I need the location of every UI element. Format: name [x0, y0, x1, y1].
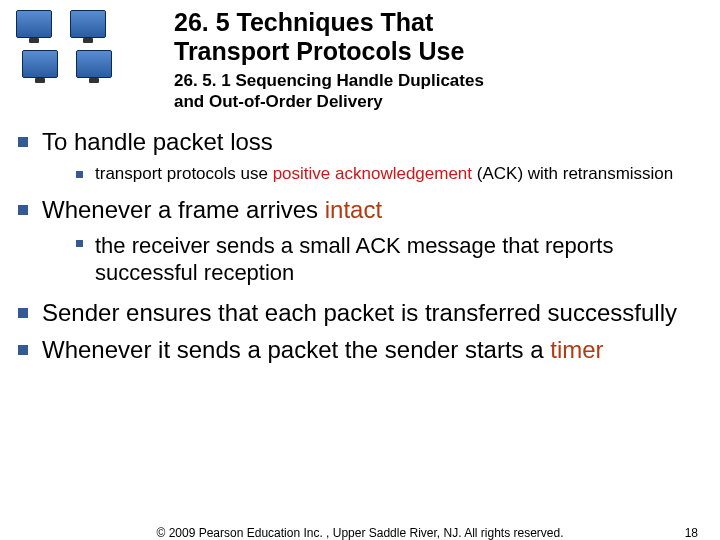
- subtitle-line1: 26. 5. 1 Sequencing Handle Duplicates: [174, 71, 484, 90]
- bullet-1-text: To handle packet loss: [42, 126, 273, 157]
- bullet-1-sub-1-text: transport protocols use positive acknowl…: [95, 163, 673, 184]
- bullet-1-sub-1: transport protocols use positive acknowl…: [76, 163, 702, 184]
- bullet-2-sub-1-text: the receiver sends a small ACK message t…: [95, 232, 702, 287]
- title-line1: 26. 5 Techniques That: [174, 8, 433, 36]
- page-number: 18: [685, 526, 698, 540]
- keyword-timer: timer: [550, 336, 603, 363]
- bullet-2-text: Whenever a frame arrives intact: [42, 194, 382, 225]
- slide-body: To handle packet loss transport protocol…: [0, 112, 720, 365]
- bullet-icon: [18, 345, 28, 355]
- computers-clipart: [10, 6, 160, 96]
- subtitle-line2: and Out-of-Order Delivery: [174, 92, 383, 111]
- keyword-intact: intact: [325, 196, 382, 223]
- copyright-text: © 2009 Pearson Education Inc. , Upper Sa…: [0, 526, 720, 540]
- bullet-icon: [76, 171, 83, 178]
- bullet-3: Sender ensures that each packet is trans…: [18, 297, 702, 328]
- bullet-icon: [18, 137, 28, 147]
- slide-subtitle: 26. 5. 1 Sequencing Handle Duplicates an…: [174, 70, 484, 113]
- keyword-positive-ack: positive acknowledgement: [273, 164, 472, 183]
- bullet-1: To handle packet loss: [18, 126, 702, 157]
- slide-title: 26. 5 Techniques That Transport Protocol…: [174, 8, 484, 66]
- title-line2: Transport Protocols Use: [174, 37, 464, 65]
- bullet-icon: [76, 240, 83, 247]
- text-frag: Whenever a frame arrives: [42, 196, 325, 223]
- bullet-4-text: Whenever it sends a packet the sender st…: [42, 334, 604, 365]
- slide-header: 26. 5 Techniques That Transport Protocol…: [0, 0, 720, 112]
- bullet-2: Whenever a frame arrives intact: [18, 194, 702, 225]
- text-frag: transport protocols use: [95, 164, 273, 183]
- text-frag: Whenever it sends a packet: [42, 336, 338, 363]
- bullet-4: Whenever it sends a packet the sender st…: [18, 334, 702, 365]
- bullet-icon: [18, 205, 28, 215]
- title-block: 26. 5 Techniques That Transport Protocol…: [160, 6, 484, 112]
- text-frag: the sender starts a: [338, 336, 550, 363]
- bullet-3-text: Sender ensures that each packet is trans…: [42, 297, 677, 328]
- bullet-2-sub-1: the receiver sends a small ACK message t…: [76, 232, 702, 287]
- text-frag: (ACK) with retransmission: [472, 164, 673, 183]
- bullet-icon: [18, 308, 28, 318]
